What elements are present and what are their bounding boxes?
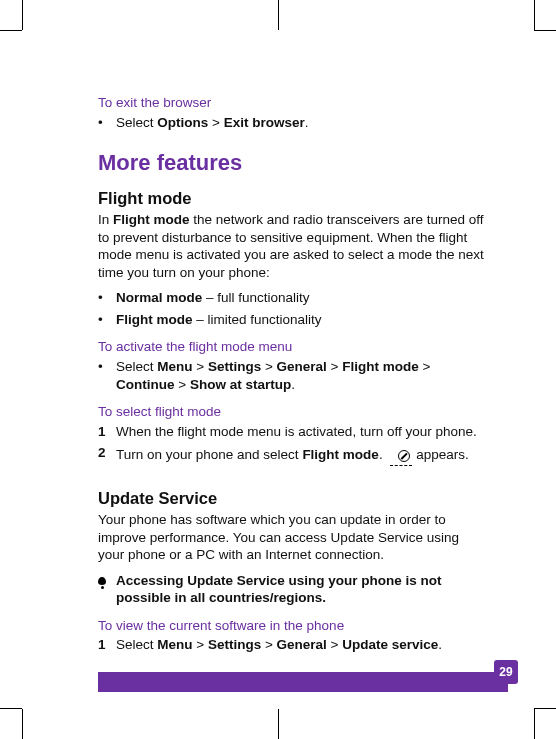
page-number-badge: 29 [494, 660, 518, 684]
flight-mode-heading: Flight mode [98, 188, 486, 209]
list-item: 1 Select Menu > Settings > General > Upd… [98, 636, 486, 654]
separator: > [208, 115, 223, 130]
crop-mark [278, 0, 279, 30]
text: . [305, 115, 309, 130]
general-label: General [277, 637, 327, 652]
flight-mode-label: Flight mode [302, 447, 379, 462]
settings-label: Settings [208, 637, 261, 652]
crop-mark [22, 709, 23, 739]
normal-mode-label: Normal mode [116, 290, 202, 305]
crop-mark [534, 708, 556, 709]
activate-flight-mode-heading: To activate the flight mode menu [98, 338, 486, 356]
text: . [291, 377, 295, 392]
alert-icon [98, 577, 106, 585]
flight-mode-label: Flight mode [116, 312, 193, 327]
list-item: 1 When the flight mode menu is activated… [98, 423, 486, 441]
prohibit-icon [398, 450, 410, 462]
crop-mark [0, 30, 22, 31]
alert-marker [98, 572, 116, 590]
flight-mode-item: Flight mode – limited functionality [116, 311, 486, 329]
manual-page: To exit the browser • Select Options > E… [0, 0, 556, 739]
number-marker: 1 [98, 636, 116, 654]
separator: > [175, 377, 190, 392]
list-item: • Select Menu > Settings > General > Fli… [98, 358, 486, 393]
flight-mode-label: Flight mode [342, 359, 419, 374]
text: Turn on your phone and select [116, 447, 302, 462]
number-marker: 2 [98, 444, 116, 466]
crop-mark [278, 709, 279, 739]
flight-mode-term: Flight mode [113, 212, 190, 227]
view-software-heading: To view the current software in the phon… [98, 617, 486, 635]
crop-mark [534, 0, 535, 30]
flight-mode-intro: In Flight mode the network and radio tra… [98, 211, 486, 281]
options-label: Options [157, 115, 208, 130]
number-marker: 1 [98, 423, 116, 441]
separator: > [193, 637, 208, 652]
text: – limited functionality [193, 312, 322, 327]
list-item: 2 Turn on your phone and select Flight m… [98, 444, 486, 466]
text: In [98, 212, 113, 227]
separator: > [261, 359, 276, 374]
update-service-intro: Your phone has software which you can up… [98, 511, 486, 564]
text: Select [116, 637, 157, 652]
list-item: • Select Options > Exit browser. [98, 114, 486, 132]
text: appears. [412, 447, 468, 462]
list-item: • Normal mode – full functionality [98, 289, 486, 307]
continue-label: Continue [116, 377, 175, 392]
view-software-step: Select Menu > Settings > General > Updat… [116, 636, 486, 654]
crop-mark [534, 30, 556, 31]
settings-label: Settings [208, 359, 261, 374]
bullet-marker: • [98, 311, 116, 329]
separator: > [193, 359, 208, 374]
bullet-marker: • [98, 289, 116, 307]
more-features-heading: More features [98, 149, 486, 178]
update-service-label: Update service [342, 637, 438, 652]
page-content: To exit the browser • Select Options > E… [98, 94, 486, 658]
text: . [438, 637, 442, 652]
separator: > [419, 359, 431, 374]
show-at-startup-label: Show at startup [190, 377, 291, 392]
prohibit-icon-box [390, 444, 412, 466]
select-step-1: When the flight mode menu is activated, … [116, 423, 486, 441]
activate-flight-mode-step: Select Menu > Settings > General > Fligh… [116, 358, 486, 393]
text: Select [116, 359, 157, 374]
bullet-marker: • [98, 358, 116, 393]
separator: > [261, 637, 276, 652]
separator: > [327, 637, 342, 652]
update-service-heading: Update Service [98, 488, 486, 509]
crop-mark [22, 0, 23, 30]
bullet-marker: • [98, 114, 116, 132]
exit-browser-label: Exit browser [224, 115, 305, 130]
select-step-2: Turn on your phone and select Flight mod… [116, 444, 486, 466]
select-flight-mode-heading: To select flight mode [98, 403, 486, 421]
menu-label: Menu [157, 637, 192, 652]
text: . [379, 447, 387, 462]
separator: > [327, 359, 342, 374]
alert-note: Accessing Update Service using your phon… [98, 572, 486, 607]
footer-band: 29 [98, 672, 508, 692]
crop-mark [534, 709, 535, 739]
alert-text: Accessing Update Service using your phon… [116, 572, 486, 607]
exit-browser-heading: To exit the browser [98, 94, 486, 112]
text: – full functionality [202, 290, 309, 305]
menu-label: Menu [157, 359, 192, 374]
normal-mode-item: Normal mode – full functionality [116, 289, 486, 307]
exit-browser-step: Select Options > Exit browser. [116, 114, 486, 132]
general-label: General [277, 359, 327, 374]
text: Select [116, 115, 157, 130]
list-item: • Flight mode – limited functionality [98, 311, 486, 329]
crop-mark [0, 708, 22, 709]
